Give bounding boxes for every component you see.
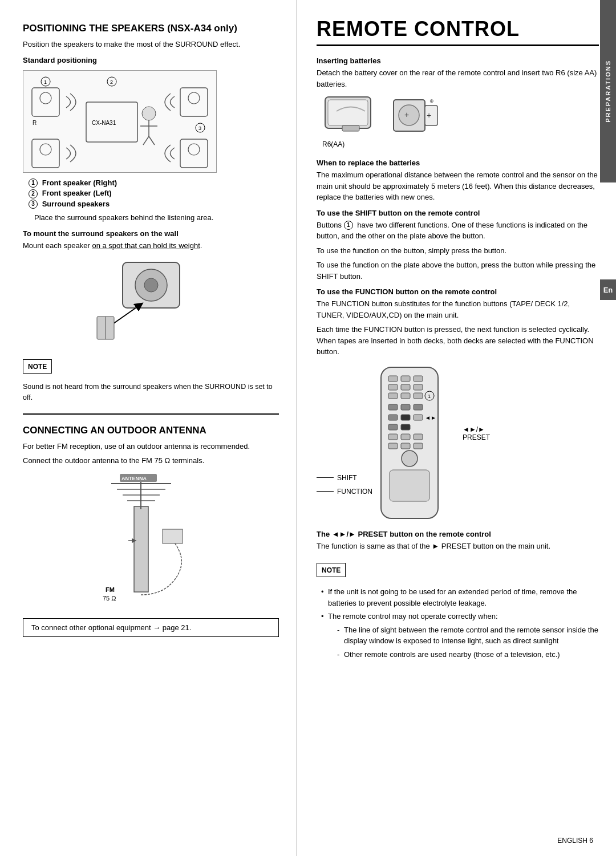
note2-bullet-2: The remote control may not operate corre… [321,611,599,660]
svg-text:2: 2 [110,79,113,85]
preparations-tab: PREPARATIONS [600,0,616,182]
r6-label: R6(AA) [322,139,599,149]
svg-rect-75 [414,443,423,449]
antenna-title: CONNECTING AN OUTDOOR ANTENNA [23,425,279,436]
note2-dash-2: Other remote controls are used nearby (t… [337,649,599,660]
svg-rect-56 [388,393,398,399]
svg-rect-66 [414,415,423,420]
shift-text1: Buttons 1 Buttons ① have two different f… [317,220,599,242]
replace-text: The maximum operational distance between… [317,169,599,203]
shift-label-item: SHIFT [317,474,372,482]
svg-text:3: 3 [198,125,201,131]
svg-rect-55 [414,384,423,390]
note2-dash-list: The line of sight between the remote con… [337,624,599,660]
svg-rect-65 [401,415,410,420]
footer-text: ENGLISH 6 [557,837,593,845]
svg-point-5 [142,107,156,120]
svg-text:CX-NA31: CX-NA31 [92,120,116,126]
remote-right-labels: ◄►/► PRESET [463,364,490,524]
positioning-title: POSITIONING THE SPEAKERS (NSX-A34 only) [23,23,279,34]
preset-title: The ◄►/► PRESET button on the remote con… [317,530,599,538]
function-text1: The FUNCTION button substitutes for the … [317,298,599,321]
antenna-para1: For better FM reception, use of an outdo… [23,441,279,452]
function-text2: Each time the FUNCTION button is pressed… [317,324,599,358]
svg-rect-70 [388,434,398,440]
note-section-2: NOTE If the unit is not going to be used… [317,557,599,660]
note-text-1: Sound is not heard from the surround spe… [23,382,279,403]
svg-point-76 [402,451,418,466]
speaker-list-item-1: 1 Front speaker (Right) [29,178,279,188]
svg-text:1: 1 [44,79,47,85]
shift-text3: To use the function on the plate above t… [317,259,599,282]
battery-text: Detach the battery cover on the rear of … [317,67,599,90]
function-label: FUNCTION [337,488,372,496]
function-section: To use the FUNCTION button on the remote… [317,287,599,358]
svg-text:ANTENNA: ANTENNA [121,476,147,481]
right-column: PREPARATIONS En REMOTE CONTROL Inserting… [297,0,616,856]
svg-rect-74 [401,443,410,449]
speaker-diagram: R CX-NA31 [23,70,217,173]
svg-rect-63 [414,404,423,410]
svg-rect-42 [342,125,359,131]
svg-text:◄►: ◄► [425,415,436,421]
left-column: POSITIONING THE SPEAKERS (NSX-A34 only) … [0,0,297,856]
en-label: En [603,286,613,294]
section-divider [23,413,279,415]
svg-text:1: 1 [428,393,431,399]
svg-rect-28 [134,506,148,592]
battery-cover-img [322,94,379,137]
note2-bullet-list: If the unit is not going to be used for … [321,586,599,660]
bottom-box: To connect other optional equipment → pa… [23,618,279,637]
svg-rect-54 [401,384,410,390]
replace-section: When to replace the batteries The maximu… [317,159,599,203]
svg-text:+: + [404,110,409,119]
svg-text:75 Ω: 75 Ω [103,595,116,602]
preset-text: PRESET [463,433,490,441]
antenna-para2: Connect the outdoor antenna to the FM 75… [23,455,279,466]
svg-rect-77 [390,470,429,501]
wall-title: To mount the surround speakers on the wa… [23,229,279,238]
svg-rect-71 [401,434,410,440]
svg-text:FM: FM [106,586,115,593]
replace-title: When to replace the batteries [317,159,599,167]
svg-rect-53 [388,384,398,390]
svg-rect-62 [401,404,410,410]
remote-left-labels: SHIFT FUNCTION [317,364,372,524]
battery-unit-img: + + ⊕ [391,94,442,137]
svg-rect-69 [401,424,410,430]
svg-rect-72 [414,434,423,440]
preparations-label: PREPARATIONS [605,60,611,123]
svg-rect-57 [401,393,410,399]
svg-text:R: R [33,120,37,126]
speaker-list-item-3: 3 Surround speakers [29,200,279,209]
bottom-box-text: To connect other optional equipment → pa… [31,623,191,632]
note-box-2: NOTE [317,563,346,577]
preset-label: ◄►/► [463,425,485,433]
svg-point-15 [188,144,200,155]
svg-rect-38 [163,529,183,543]
svg-text:⊕: ⊕ [429,98,434,104]
shift-text2: To use the function on the button, simpl… [317,245,599,257]
svg-rect-58 [414,393,423,399]
surround-note: Place the surround speakers behind the l… [34,212,279,224]
positioning-intro: Position the speakers to make the most o… [23,39,279,50]
note-section-1: NOTE Sound is not heard from the surroun… [23,354,279,403]
antenna-diagram: ANTENNA FM 75 Ω [88,472,214,609]
note2-dash-1: The line of sight between the remote con… [337,624,599,647]
speaker-list: 1 Front speaker (Right) 2 Front speaker … [29,178,279,209]
svg-point-13 [40,144,51,155]
svg-rect-73 [388,443,398,449]
svg-line-8 [143,136,149,145]
svg-line-9 [149,136,155,145]
svg-rect-50 [388,376,398,382]
antenna-section: CONNECTING AN OUTDOOR ANTENNA For better… [23,425,279,637]
shift-section: To use the SHIFT button on the remote co… [317,209,599,282]
svg-rect-41 [328,100,368,125]
positioning-section: POSITIONING THE SPEAKERS (NSX-A34 only) … [23,23,279,403]
function-title: To use the FUNCTION button on the remote… [317,287,599,296]
page-footer: ENGLISH 6 [557,837,593,845]
svg-rect-64 [388,415,398,420]
function-label-item: FUNCTION [317,488,372,496]
battery-section: Inserting batteries Detach the battery c… [317,56,599,149]
battery-title: Inserting batteries [317,56,599,65]
